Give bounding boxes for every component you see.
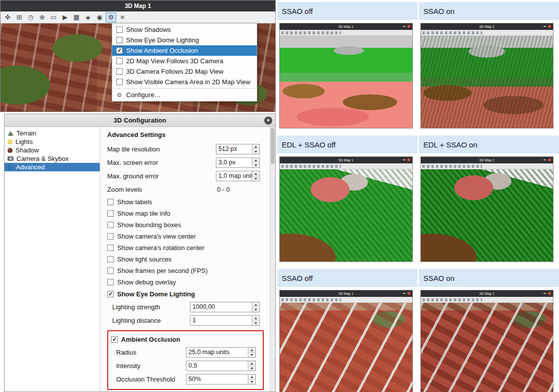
checkbox-show-map-tile-info[interactable]: Show map tile info — [107, 208, 264, 219]
clock-icon: ◷ — [28, 13, 33, 21]
lighting-distance-spinbox[interactable]: 1 — [190, 315, 260, 326]
checkbox-unchecked-icon — [107, 199, 114, 205]
effects-options-button[interactable]: ⚙ — [106, 12, 116, 22]
minimize-icon — [544, 26, 546, 27]
export-scene-button[interactable]: ▦ — [71, 12, 82, 22]
sidebar-item-label: Advanced — [16, 163, 45, 171]
checkbox-label: Show Eye Dome Lighting — [117, 290, 195, 298]
spinbox-value[interactable]: 1 — [190, 316, 252, 325]
spin-up-icon[interactable] — [252, 302, 259, 307]
config-sidebar: Terrain Lights Shadow Camera & Skybox Ad… — [4, 127, 100, 392]
scene-objects-button[interactable]: ◈ — [83, 12, 93, 22]
spin-down-icon[interactable] — [252, 321, 259, 325]
lighting-strength-spinbox[interactable]: 1000,00 — [190, 302, 260, 312]
field-label: Intensity — [116, 362, 186, 370]
checkbox-checked-icon — [116, 47, 123, 54]
menu-item-show-shadows[interactable]: Show Shadows — [112, 24, 257, 35]
checkbox-label: Show labels — [117, 198, 152, 206]
terrain-icon — [7, 131, 13, 136]
visibility-button[interactable]: ◉ — [94, 12, 105, 22]
mini-toolbar — [421, 163, 554, 169]
minimize-icon — [544, 159, 546, 160]
sidebar-item-advanced[interactable]: Advanced — [4, 163, 100, 171]
checkbox-show-light-sources[interactable]: Show light sources — [107, 254, 264, 265]
field-lighting-distance: Lighting distance 1 — [107, 314, 264, 327]
dialog-scrollbar[interactable] — [270, 127, 275, 392]
comparison-panel: SSAO off SSAO on 3D Map 1 3D Map 1 — [277, 0, 559, 392]
menu-item-configure[interactable]: ⚙ Configure… — [112, 90, 257, 100]
spin-down-icon[interactable] — [252, 149, 259, 154]
map3d-titlebar: 3D Map 1 — [0, 0, 275, 11]
spinbox-value[interactable]: 512 px — [216, 144, 252, 154]
spinbox-value[interactable]: 1000,00 — [190, 302, 252, 312]
spin-up-icon[interactable] — [252, 144, 259, 149]
max-screen-error-spinbox[interactable]: 3,0 px — [216, 157, 260, 168]
checkbox-unchecked-icon — [116, 26, 123, 33]
menu-item-3d-follows-2d[interactable]: 3D Camera Follows 2D Map View — [112, 66, 257, 77]
spin-down-icon[interactable] — [252, 163, 259, 167]
scrollbar-thumb[interactable] — [271, 128, 275, 164]
shadow-icon — [7, 148, 12, 153]
map-tile-resolution-spinbox[interactable]: 512 px — [216, 144, 260, 154]
config-dialog-titlebar: 3D Configuration × — [4, 114, 275, 127]
spinbox-value[interactable]: 50% — [186, 375, 248, 384]
screenshot-ssao-off-2: 3D Map 1 — [279, 290, 413, 392]
menu-item-show-ambient-occlusion[interactable]: Show Ambient Occlusion — [112, 45, 257, 56]
checkbox-show-bounding-boxes[interactable]: Show bounding boxes — [107, 219, 264, 231]
menu-item-2d-follows-3d[interactable]: 2D Map View Follows 3D Camera — [112, 56, 257, 66]
checkbox-unchecked-icon — [107, 256, 114, 262]
spinner-buttons — [248, 375, 255, 384]
checkbox-show-debug-overlay[interactable]: Show debug overlay — [107, 276, 264, 288]
field-map-tile-resolution: Map tile resolution 512 px — [107, 142, 264, 156]
sidebar-item-terrain[interactable]: Terrain — [4, 129, 100, 137]
checkbox-label: Ambient Occlusion — [121, 336, 180, 343]
spin-up-icon[interactable] — [248, 348, 255, 353]
spinbox-value[interactable]: 1,0 map units — [216, 171, 252, 181]
menu-item-show-visible-camera-area[interactable]: Show Visible Camera Area in 2D Map View — [112, 77, 257, 87]
checkbox-unchecked-icon — [107, 267, 114, 274]
spinbox-value[interactable]: 3,0 px — [216, 158, 252, 167]
spinbox-value[interactable]: 0,5 — [186, 361, 248, 371]
minimize-icon — [403, 159, 405, 160]
spin-up-icon[interactable] — [252, 158, 259, 163]
menu-item-show-edl[interactable]: Show Eye Dome Lighting — [112, 35, 257, 45]
ao-radius-spinbox[interactable]: 25,0 map units — [186, 347, 256, 358]
pan-tool-button[interactable]: ✜ — [2, 12, 13, 22]
spin-up-icon[interactable] — [248, 361, 255, 366]
render-ssao-on-1 — [421, 36, 554, 128]
sidebar-item-lights[interactable]: Lights — [4, 137, 100, 146]
measure-button[interactable]: ▭ — [48, 12, 59, 22]
minimize-icon — [403, 293, 405, 294]
zoom-button[interactable]: ⊕ — [37, 12, 47, 22]
spin-down-icon[interactable] — [248, 366, 255, 371]
mini-toolbar — [421, 30, 554, 36]
render-ssao-on-2 — [421, 303, 554, 392]
spin-up-icon[interactable] — [252, 316, 259, 321]
close-button[interactable]: × — [264, 117, 272, 125]
checkbox-show-labels[interactable]: Show labels — [107, 196, 264, 208]
max-ground-error-spinbox[interactable]: 1,0 map units — [216, 171, 260, 181]
spin-down-icon[interactable] — [248, 353, 255, 357]
animation-button[interactable]: ◷ — [25, 12, 36, 22]
spin-down-icon[interactable] — [252, 176, 259, 181]
sidebar-item-shadow[interactable]: Shadow — [4, 146, 100, 154]
pan-icon: ✜ — [5, 13, 10, 21]
spin-up-icon[interactable] — [248, 375, 255, 380]
camera-orbit-button[interactable]: ⊞ — [14, 12, 24, 22]
checkbox-checked-icon — [111, 336, 118, 343]
ao-intensity-spinbox[interactable]: 0,5 — [186, 361, 256, 371]
checkbox-ambient-occlusion[interactable]: Ambient Occlusion — [111, 333, 260, 346]
spinbox-value[interactable]: 25,0 map units — [186, 348, 248, 357]
checkbox-show-camera-view-center[interactable]: Show camera's view center — [107, 231, 264, 242]
spin-up-icon[interactable] — [252, 171, 259, 176]
map-options-button[interactable]: ≡ — [117, 12, 128, 22]
ao-occlusion-threshold-spinbox[interactable]: 50% — [186, 374, 256, 385]
play-animation-button[interactable]: ▶ — [60, 12, 70, 22]
checkbox-show-eye-dome-lighting[interactable]: Show Eye Dome Lighting — [107, 288, 264, 300]
spin-down-icon[interactable] — [248, 380, 255, 384]
sidebar-item-camera-skybox[interactable]: Camera & Skybox — [4, 154, 100, 163]
spinner-buttons — [252, 158, 259, 167]
checkbox-show-camera-rotation-center[interactable]: Show camera's rotation center — [107, 242, 264, 254]
checkbox-show-fps[interactable]: Show frames per second (FPS) — [107, 265, 264, 276]
spin-down-icon[interactable] — [252, 307, 259, 312]
